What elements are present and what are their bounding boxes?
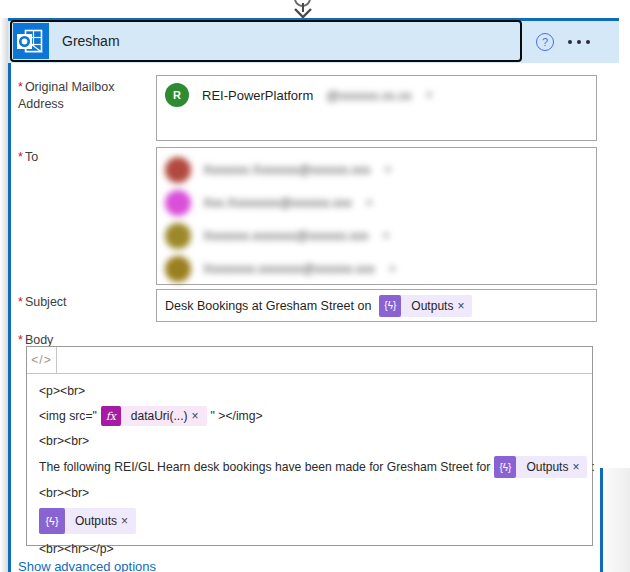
original-mailbox-label: *Original Mailbox Address: [18, 79, 148, 112]
recipient-email-redacted: Xxxxxxx.Xxxxxxx@xxxxxx.xxx: [203, 163, 371, 177]
ellipsis-icon: [568, 40, 572, 44]
remove-chip-button[interactable]: ×: [385, 163, 392, 177]
recipient-email-redacted: Xxxxxxx.xxxxxxx@xxxxxx.xxx: [203, 229, 368, 243]
adjacent-panel-surface: [603, 468, 630, 572]
to-input[interactable]: Xxxxxxx.Xxxxxxx@xxxxxx.xxx × Xxx.Xxxxxxx…: [156, 147, 597, 285]
mailbox-chip[interactable]: R REI-PowerPlatform @xxxxxx.xx.xx ×: [165, 83, 588, 107]
dynamic-content-token[interactable]: {ϟ} Outputs ×: [379, 295, 472, 317]
avatar: [165, 223, 191, 249]
recipient-chip[interactable]: Xxxxxxx.xxxxxxx@xxxxxx.xxx ×: [165, 219, 588, 252]
body-code-line: The following REI/GL Hearn desk bookings…: [39, 456, 580, 478]
action-title-box[interactable]: Gresham: [10, 20, 522, 62]
dynamic-content-icon: {ϟ}: [379, 295, 401, 317]
remove-token-button[interactable]: ×: [572, 460, 587, 474]
body-editor[interactable]: </> <p><br> <img src=" fx dataUri(...) ×…: [26, 346, 593, 546]
dynamic-content-icon: {ϟ}: [494, 456, 516, 478]
flow-designer-canvas: Gresham ? *Original Mailbox Address R RE…: [0, 0, 630, 572]
remove-chip-button[interactable]: ×: [389, 262, 396, 276]
remove-token-button[interactable]: ×: [121, 514, 136, 528]
to-label: *To: [18, 149, 148, 166]
body-editor-toolbar: </>: [27, 347, 592, 374]
avatar: [165, 157, 191, 183]
card-left-accent: [8, 60, 11, 572]
remove-token-button[interactable]: ×: [457, 299, 472, 313]
required-asterisk: *: [18, 333, 23, 347]
code-view-toggle[interactable]: </>: [27, 347, 57, 373]
remove-chip-button[interactable]: ×: [382, 229, 389, 243]
action-title-input[interactable]: Gresham: [62, 33, 120, 49]
recipient-chip[interactable]: Xxxxxxxx.xxxxxxx@xxxxxx.xxx ×: [165, 252, 588, 285]
card-shadow: [0, 18, 8, 572]
dynamic-content-token[interactable]: {ϟ} Outputs ×: [494, 456, 587, 478]
required-asterisk: *: [18, 150, 23, 164]
recipient-email-redacted: Xxxxxxxx.xxxxxxx@xxxxxx.xxx: [203, 262, 375, 276]
mailbox-chip-text: REI-PowerPlatform: [202, 88, 313, 103]
avatar: [165, 190, 191, 216]
help-icon: ?: [542, 36, 548, 48]
recipient-chip[interactable]: Xxx.Xxxxxxxx@xxxxxx.xxx ×: [165, 186, 588, 219]
remove-token-button[interactable]: ×: [192, 409, 207, 423]
body-code-line: <img src=" fx dataUri(...) × " ></img>: [39, 406, 580, 426]
more-menu-button[interactable]: [568, 40, 590, 44]
subject-text: Desk Bookings at Gresham Street on: [165, 299, 371, 313]
expression-token[interactable]: fx dataUri(...) ×: [101, 406, 207, 426]
original-mailbox-input[interactable]: R REI-PowerPlatform @xxxxxx.xx.xx ×: [156, 75, 597, 141]
required-asterisk: *: [18, 295, 23, 309]
action-card-header[interactable]: Gresham ?: [8, 18, 619, 63]
connector-arrow-icon: [292, 3, 314, 19]
remove-chip-button[interactable]: ×: [366, 196, 373, 210]
body-code-line: <br><hr></p>: [39, 542, 580, 556]
remove-chip-button[interactable]: ×: [426, 88, 433, 102]
avatar: [165, 256, 191, 282]
show-advanced-options-link[interactable]: Show advanced options: [18, 559, 156, 572]
subject-input[interactable]: Desk Bookings at Gresham Street on {ϟ} O…: [156, 289, 597, 322]
body-code-line: <br><br>: [39, 434, 580, 448]
dynamic-content-token[interactable]: {ϟ} Outputs ×: [39, 508, 136, 534]
fx-icon: fx: [101, 406, 121, 426]
required-asterisk: *: [18, 80, 23, 94]
subject-label: *Subject: [18, 294, 148, 311]
body-code-line: <p><br>: [39, 384, 580, 398]
help-button[interactable]: ?: [536, 33, 554, 51]
body-editor-content[interactable]: <p><br> <img src=" fx dataUri(...) × " >…: [27, 374, 592, 572]
dynamic-content-icon: {ϟ}: [39, 508, 65, 534]
body-code-line: <br><br>: [39, 486, 580, 500]
mailbox-chip-redacted: @xxxxxx.xx.xx: [326, 88, 411, 103]
outlook-icon: [13, 23, 49, 59]
recipient-email-redacted: Xxx.Xxxxxxxx@xxxxxx.xxx: [203, 196, 352, 210]
avatar: R: [165, 83, 189, 107]
body-code-line: {ϟ} Outputs ×: [39, 508, 580, 534]
recipient-chip[interactable]: Xxxxxxx.Xxxxxxx@xxxxxx.xxx ×: [165, 153, 588, 186]
